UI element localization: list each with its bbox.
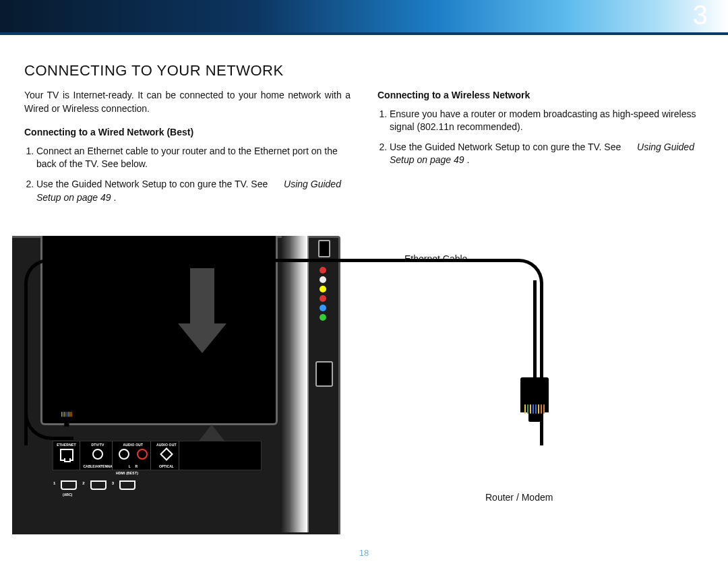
- usb-port-icon: [318, 240, 330, 257]
- wired-step-1: Connect an Ethernet cable to your router…: [36, 145, 351, 171]
- wireless-step-1: Ensure you have a router or modem broadc…: [390, 108, 704, 134]
- cable-seg-right: [533, 280, 537, 381]
- left-column: Your TV is Internet-ready. It can be con…: [24, 89, 351, 211]
- page-title: CONNECTING TO YOUR NETWORK: [24, 62, 704, 80]
- wireless-step-2a: Use the Guided Network Setup to con gure…: [390, 142, 624, 152]
- port-optical: AUDIO OUT OPTICAL: [154, 441, 179, 470]
- port-hdmi-label: HDMI (BEST): [53, 471, 141, 475]
- hdmi1-port-icon: [61, 480, 77, 490]
- rj45-pins-icon: [61, 412, 72, 416]
- wireless-heading: Connecting to a Wireless Network: [377, 89, 704, 102]
- hdmi3-port-icon: [119, 480, 135, 490]
- port-ethernet: ETHERNET: [53, 441, 80, 470]
- wireless-step-2: Use the Guided Network Setup to con gure…: [390, 141, 704, 167]
- hdmi1-arc: (ARC): [63, 493, 72, 497]
- router-label: Router / Modem: [485, 492, 553, 503]
- wired-heading: Connecting to a Wired Network (Best): [24, 126, 351, 139]
- hdmi1-num: 1: [53, 481, 55, 485]
- port-dtv: DTV/TV CABLE/ANTENNA: [83, 441, 113, 470]
- ethernet-cable-path: [24, 259, 543, 445]
- ethernet-plug-router: [520, 377, 549, 410]
- right-column: Connecting to a Wireless Network Ensure …: [377, 89, 704, 211]
- audio-l-icon: [119, 449, 129, 460]
- wired-step-2a: Use the Guided Network Setup to con gure…: [36, 179, 270, 189]
- port-optical-label: OPTICAL: [154, 464, 179, 468]
- wired-step-2c: .: [113, 192, 116, 203]
- coax-port-icon: [92, 449, 103, 460]
- chapter-number: 3: [693, 0, 708, 30]
- cable-seg-left: [24, 283, 28, 411]
- wired-steps: Connect an Ethernet cable to your router…: [36, 145, 351, 204]
- wireless-step-2c: .: [466, 154, 469, 165]
- port-dtv-sub: CABLE/ANTENNA: [83, 464, 112, 468]
- audio-r-icon: [137, 449, 148, 460]
- hdmi2-port-icon: [90, 480, 107, 490]
- port-hdmi-group: HDMI (BEST) 1 2 3 (ARC): [53, 470, 141, 498]
- rj45-pins-icon: [524, 404, 545, 414]
- header-band: 3: [0, 0, 728, 32]
- hdmi3-num: 3: [112, 481, 114, 485]
- wired-step-2: Use the Guided Network Setup to con gure…: [36, 178, 351, 204]
- optical-port-icon: [160, 447, 173, 461]
- page-number: 18: [0, 548, 728, 558]
- ethernet-plug-tv: [59, 410, 74, 427]
- audio-l-label: L: [129, 464, 131, 468]
- port-audio-out: AUDIO OUT L R: [116, 441, 151, 470]
- page-body: CONNECTING TO YOUR NETWORK Your TV is In…: [0, 35, 728, 211]
- ethernet-port-icon: [60, 449, 73, 461]
- two-column-layout: Your TV is Internet-ready. It can be con…: [24, 89, 704, 211]
- intro-text: Your TV is Internet-ready. It can be con…: [24, 89, 351, 115]
- connection-diagram: ETHERNET DTV/TV CABLE/ANTENNA AUDIO OUT …: [0, 222, 728, 562]
- wireless-steps: Ensure you have a router or modem broadc…: [390, 108, 704, 167]
- hdmi2-num: 2: [82, 481, 84, 485]
- cable-label: Ethernet Cable: [404, 253, 467, 264]
- port-audio-lr: L R: [116, 464, 150, 468]
- audio-r-label: R: [135, 464, 138, 468]
